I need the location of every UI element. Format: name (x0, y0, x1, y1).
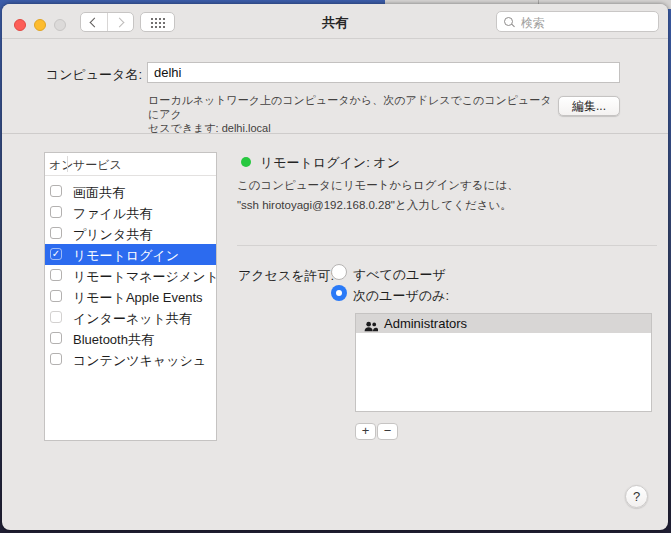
radio-only-these-users[interactable] (331, 285, 347, 301)
radio-dot (336, 290, 342, 296)
remove-user-button[interactable]: − (377, 423, 398, 440)
radio-only-these-users-label: 次のユーザのみ: (353, 287, 449, 305)
service-checkbox[interactable] (50, 227, 62, 239)
detail-divider (237, 245, 657, 246)
services-header-column-divider (67, 156, 68, 172)
computer-name-description-line1: ローカルネットワーク上のコンピュータから、次のアドレスでこのコンピュータにアク (148, 93, 560, 121)
service-checkbox[interactable] (50, 311, 62, 323)
service-label: インターネット共有 (73, 310, 192, 328)
service-label: リモートログイン (73, 247, 179, 265)
service-label: ファイル共有 (73, 205, 152, 223)
search-field[interactable] (496, 11, 659, 32)
remote-login-description-line2: "ssh hirotoyagi@192.168.0.28"と入力してください。 (237, 198, 512, 213)
service-label: プリンタ共有 (73, 226, 152, 244)
service-checkbox[interactable] (50, 185, 62, 197)
services-rows: 画面共有 ファイル共有 プリンタ共有 ✓ リモートログイン リモートマネージメン… (45, 181, 216, 370)
access-label: アクセスを許可: (238, 267, 334, 285)
search-input[interactable] (519, 13, 655, 32)
user-name: Administrators (384, 316, 467, 331)
service-checkbox[interactable] (50, 332, 62, 344)
user-list-item[interactable]: Administrators (356, 314, 651, 333)
service-label: リモートマネージメント (73, 268, 219, 286)
remote-login-description-line1: このコンピュータにリモートからログインするには、 (237, 178, 519, 193)
computer-name-description: ローカルネットワーク上のコンピュータから、次のアドレスでこのコンピュータにアク … (148, 93, 560, 135)
service-row-content-caching[interactable]: コンテンツキャッシュ (45, 349, 216, 370)
help-button[interactable]: ? (625, 485, 648, 508)
service-row-remote-management[interactable]: リモートマネージメント (45, 265, 216, 286)
edit-button[interactable]: 編集... (558, 96, 620, 116)
group-icon (364, 318, 378, 336)
service-row-internet-sharing[interactable]: インターネット共有 (45, 307, 216, 328)
service-row-remote-apple-events[interactable]: リモートApple Events (45, 286, 216, 307)
service-checkbox[interactable] (50, 206, 62, 218)
service-row-bluetooth-sharing[interactable]: Bluetooth共有 (45, 328, 216, 349)
service-row-screen-sharing[interactable]: 画面共有 (45, 181, 216, 202)
add-user-button[interactable]: + (355, 423, 376, 440)
service-label: 画面共有 (73, 184, 125, 202)
search-icon (504, 17, 513, 26)
services-header-on: オン (49, 157, 74, 174)
computer-name-label: コンピュータ名: (2, 66, 142, 84)
sharing-preferences-window: 共有 コンピュータ名: ローカルネットワーク上のコンピュータから、次のアドレスで… (2, 4, 668, 530)
section-divider (2, 133, 668, 134)
service-label: コンテンツキャッシュ (73, 352, 206, 370)
status-title: リモートログイン: オン (260, 154, 400, 172)
radio-all-users[interactable] (331, 264, 347, 280)
add-remove-group: + − (355, 423, 398, 440)
title-bar: 共有 (2, 4, 668, 39)
services-header-service: サービス (73, 157, 122, 174)
allowed-users-list: Administrators (355, 313, 652, 412)
services-list-header: オン サービス (45, 153, 216, 176)
status-dot-icon (241, 157, 251, 167)
radio-all-users-label: すべてのユーザ (353, 266, 446, 284)
service-checkbox[interactable] (50, 290, 62, 302)
service-checkbox[interactable]: ✓ (50, 248, 62, 260)
service-row-printer-sharing[interactable]: プリンタ共有 (45, 223, 216, 244)
service-label: リモートApple Events (73, 289, 203, 307)
services-list: オン サービス 画面共有 ファイル共有 プリンタ共有 ✓ リモートログイン (44, 152, 217, 441)
service-row-file-sharing[interactable]: ファイル共有 (45, 202, 216, 223)
service-checkbox[interactable] (50, 269, 62, 281)
service-row-remote-login[interactable]: ✓ リモートログイン (45, 244, 216, 265)
computer-name-input[interactable] (147, 62, 620, 83)
service-checkbox[interactable] (50, 353, 62, 365)
service-label: Bluetooth共有 (73, 331, 154, 349)
